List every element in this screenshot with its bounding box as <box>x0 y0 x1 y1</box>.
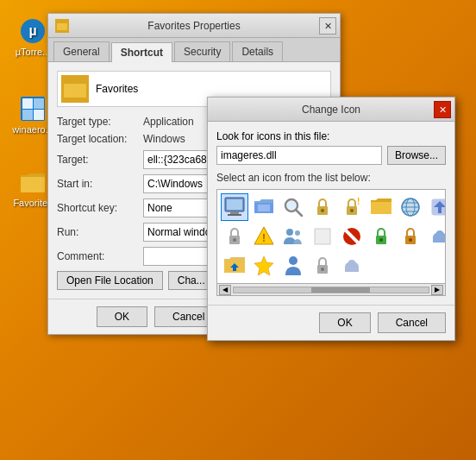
icon-cell-cloud1[interactable] <box>426 223 445 250</box>
ok-button[interactable]: OK <box>97 306 147 327</box>
svg-rect-4 <box>34 98 44 109</box>
icon-scrollbar: ◀ ▶ <box>217 283 445 295</box>
svg-rect-63 <box>345 267 359 272</box>
svg-rect-10 <box>228 214 241 216</box>
tab-general[interactable]: General <box>53 41 110 61</box>
svg-rect-5 <box>22 110 33 120</box>
change-icon-title: Change Icon <box>302 104 360 116</box>
change-icon-dialog: Change Icon ✕ Look for icons in this fil… <box>207 97 455 341</box>
favorites-title-icon <box>55 19 69 33</box>
target-location-label: Target location: <box>57 133 143 145</box>
icon-cell-cloud2[interactable] <box>338 252 366 280</box>
icon-cell-search[interactable] <box>279 193 307 221</box>
scroll-left-arrow[interactable]: ◀ <box>219 285 231 295</box>
icon-cell-folder-arrow[interactable] <box>221 252 248 280</box>
svg-rect-6 <box>34 110 44 120</box>
run-label: Run: <box>57 226 143 238</box>
icon-cell-computer[interactable] <box>221 193 248 221</box>
icon-cell-lock2[interactable]: ! <box>338 193 366 221</box>
icon-cell-lock6[interactable] <box>397 223 424 250</box>
svg-point-35 <box>286 229 293 236</box>
svg-rect-9 <box>230 211 239 214</box>
icon-cell-star[interactable] <box>250 252 278 280</box>
icon-grid-container: ! <box>216 189 446 296</box>
target-type-value: Application <box>143 116 194 128</box>
icon-grid: ! <box>217 190 445 283</box>
icon-cell-lock1[interactable] <box>309 193 336 221</box>
icon-cell-network[interactable] <box>397 193 424 221</box>
change-icon-close-button[interactable]: ✕ <box>434 101 451 118</box>
svg-rect-11 <box>258 205 270 211</box>
target-location-value: Windows <box>143 133 185 145</box>
target-type-label: Target type: <box>57 116 143 128</box>
winaero-icon <box>19 95 47 123</box>
tab-bar: General Shortcut Security Details <box>48 38 340 62</box>
tab-security[interactable]: Security <box>174 41 230 61</box>
utorrent-icon: µ <box>19 17 47 45</box>
svg-rect-37 <box>315 229 330 244</box>
close-button[interactable]: ✕ <box>319 17 336 35</box>
favorites-titlebar: Favorites Properties ✕ <box>48 14 340 38</box>
comment-label: Comment: <box>57 250 143 262</box>
icon-cell-blank[interactable] <box>309 223 336 250</box>
change-icon-cancel-button[interactable]: Cancel <box>378 312 446 333</box>
svg-point-57 <box>289 256 298 265</box>
svg-rect-47 <box>433 237 445 243</box>
svg-point-36 <box>295 230 300 236</box>
svg-point-18 <box>350 209 354 212</box>
icon-cell-folder-open[interactable] <box>250 193 278 221</box>
shortcut-key-label: Shortcut key: <box>57 202 143 214</box>
shortcut-icon-label: Favorites <box>96 83 138 95</box>
change-icon-content: Look for icons in this file: Browse... S… <box>208 122 454 305</box>
start-in-label: Start in: <box>57 178 143 190</box>
svg-point-59 <box>321 268 324 271</box>
svg-point-32 <box>233 238 236 242</box>
browse-button[interactable]: Browse... <box>387 146 446 165</box>
icon-cell-person-blue[interactable] <box>279 252 307 280</box>
icon-cell-people[interactable] <box>279 223 307 250</box>
favorites-folder-icon <box>19 168 47 196</box>
target-label: Target: <box>57 154 143 166</box>
scroll-thumb <box>311 287 370 293</box>
svg-point-13 <box>287 201 296 210</box>
select-icon-label: Select an icon from the list below: <box>216 172 446 184</box>
svg-point-16 <box>321 209 324 212</box>
svg-rect-3 <box>22 98 33 109</box>
svg-text:µ: µ <box>28 23 36 38</box>
svg-rect-8 <box>227 199 242 210</box>
svg-point-41 <box>379 238 383 242</box>
look-for-label: Look for icons in this file: <box>216 130 446 142</box>
icon-cell-folder-yellow[interactable] <box>367 193 395 221</box>
file-input[interactable] <box>216 146 382 165</box>
tab-shortcut[interactable]: Shortcut <box>111 42 172 62</box>
change-icon-ok-button[interactable]: OK <box>319 312 370 333</box>
change-icon-footer: OK Cancel <box>208 305 454 340</box>
tab-details[interactable]: Details <box>232 41 283 61</box>
file-row: Browse... <box>216 146 446 165</box>
svg-text:!: ! <box>262 232 266 244</box>
change-icon-titlebar: Change Icon ✕ <box>208 98 454 122</box>
icon-cell-lock5[interactable] <box>367 223 395 250</box>
svg-line-14 <box>296 210 302 216</box>
svg-marker-56 <box>254 256 273 275</box>
icon-cell-arrow-blue[interactable] <box>426 193 445 221</box>
icon-cell-warning[interactable]: ! <box>250 223 278 250</box>
icon-cell-lock8[interactable] <box>309 252 336 280</box>
icon-cell-no-sign[interactable] <box>338 223 366 250</box>
svg-text:!: ! <box>357 197 360 206</box>
favorites-title: Favorites Properties <box>147 20 240 32</box>
icon-cell-lock4[interactable] <box>221 223 248 250</box>
svg-point-43 <box>409 238 412 242</box>
scroll-right-arrow[interactable]: ▶ <box>431 285 443 295</box>
scroll-track[interactable] <box>233 287 429 293</box>
open-file-location-button[interactable]: Open File Location <box>57 271 163 290</box>
shortcut-folder-icon <box>61 75 89 103</box>
